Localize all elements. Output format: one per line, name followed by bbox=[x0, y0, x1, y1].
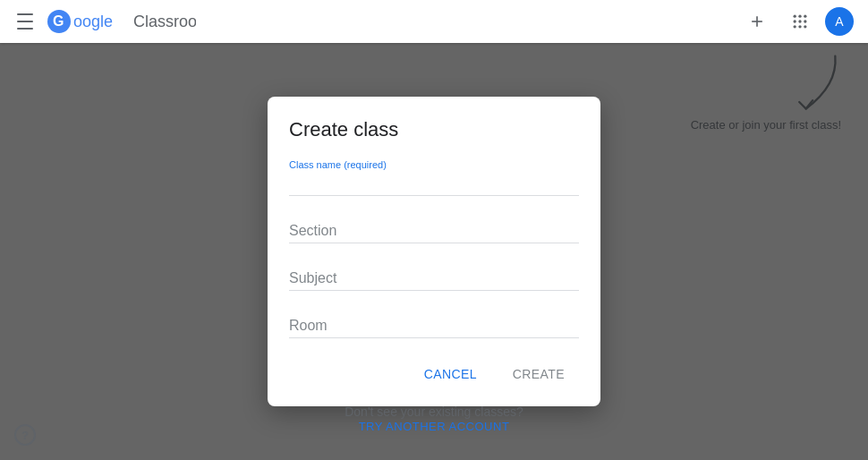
section-field: Section bbox=[289, 210, 579, 243]
create-button[interactable]: Create bbox=[498, 360, 579, 388]
main-content: Create or join your first class! Create … bbox=[0, 43, 868, 460]
svg-point-10 bbox=[798, 20, 801, 22]
topbar: G oogle Classroom A bbox=[0, 0, 868, 43]
bottom-hint-text: Don't see your existing classes? bbox=[345, 405, 523, 419]
topbar-actions: A bbox=[739, 4, 854, 39]
svg-text:Classroom: Classroom bbox=[133, 13, 196, 30]
svg-point-6 bbox=[794, 15, 796, 18]
app-logo: G oogle Classroom bbox=[47, 9, 196, 34]
svg-point-13 bbox=[798, 25, 801, 28]
subject-input[interactable] bbox=[289, 258, 579, 291]
cancel-button[interactable]: Cancel bbox=[410, 360, 491, 388]
svg-point-9 bbox=[794, 20, 796, 22]
dialog-overlay: Create class Class name (required) Secti… bbox=[0, 43, 868, 460]
room-input[interactable] bbox=[289, 305, 579, 338]
class-name-input[interactable] bbox=[289, 159, 579, 196]
bottom-hint: Don't see your existing classes? TRY ANO… bbox=[0, 405, 868, 433]
svg-point-8 bbox=[804, 15, 806, 18]
section-input[interactable] bbox=[289, 210, 579, 243]
room-field: Room bbox=[289, 305, 579, 338]
dialog-footer: Cancel Create bbox=[289, 360, 579, 388]
svg-point-14 bbox=[804, 25, 806, 28]
apps-button[interactable] bbox=[782, 4, 818, 39]
svg-text:G: G bbox=[53, 13, 64, 29]
try-another-account-link[interactable]: TRY ANOTHER ACCOUNT bbox=[359, 420, 510, 433]
avatar-letter: A bbox=[835, 14, 843, 29]
menu-icon[interactable] bbox=[14, 11, 36, 32]
help-icon[interactable]: ? bbox=[14, 424, 36, 446]
subject-field: Subject bbox=[289, 258, 579, 291]
class-name-field: Class name (required) bbox=[289, 159, 579, 196]
dialog-title: Create class bbox=[289, 118, 579, 141]
svg-point-11 bbox=[804, 20, 806, 22]
svg-point-12 bbox=[794, 25, 796, 28]
create-class-dialog: Create class Class name (required) Secti… bbox=[268, 97, 600, 406]
add-button[interactable] bbox=[739, 4, 775, 39]
svg-point-7 bbox=[798, 15, 801, 18]
svg-text:oogle: oogle bbox=[73, 13, 113, 30]
avatar-button[interactable]: A bbox=[825, 7, 854, 36]
